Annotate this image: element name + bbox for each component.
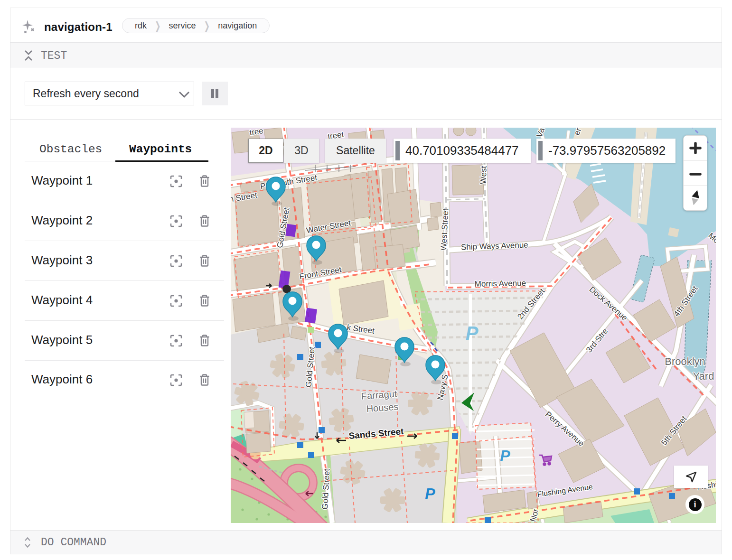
svg-text:P: P	[466, 323, 479, 344]
svg-text:Brooklyn: Brooklyn	[665, 355, 705, 367]
svg-text:Morris Avenue: Morris Avenue	[475, 279, 526, 289]
svg-text:Yard: Yard	[693, 370, 714, 382]
svg-text:P: P	[500, 447, 510, 464]
svg-text:P: P	[425, 485, 435, 502]
svg-text:West: West	[479, 166, 488, 184]
